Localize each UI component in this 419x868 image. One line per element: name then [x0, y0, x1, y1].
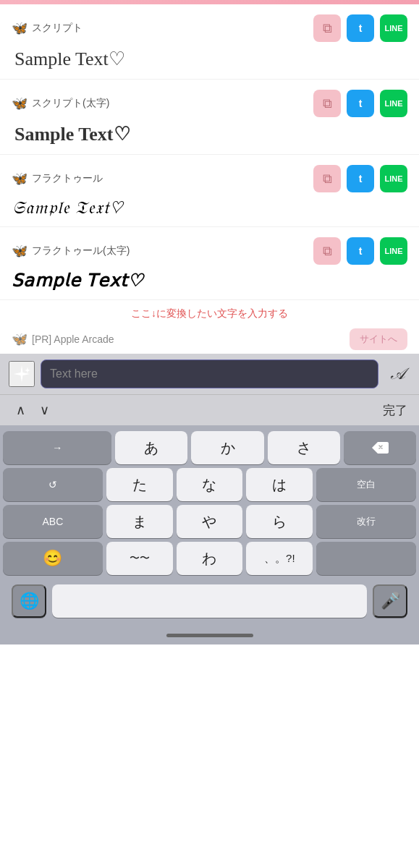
line-icon-3: LINE	[384, 174, 402, 183]
twitter-button-2[interactable]: t	[347, 90, 374, 117]
key-space[interactable]: 空白	[316, 468, 416, 501]
font-title-script-bold: 🦋 スクリプト(太字)	[12, 95, 109, 111]
sample-text-script-bold: Sample Text♡	[12, 123, 407, 145]
key-punct[interactable]: 、。?!	[246, 542, 313, 575]
copy-button-1[interactable]: ⧉	[313, 14, 341, 42]
font-label-script: スクリプト	[32, 22, 82, 35]
key-ha[interactable]: は	[246, 468, 313, 501]
home-bar	[166, 634, 253, 637]
key-ya[interactable]: や	[177, 505, 243, 538]
partial-row: 🦋 [PR] Apple Arcade サイトへ	[0, 325, 419, 354]
line-icon-1: LINE	[384, 24, 402, 33]
twitter-button-3[interactable]: t	[347, 165, 374, 192]
instruction-text: ここ↓に変換したい文字を入力する	[131, 307, 288, 320]
sample-text-fraktur: 𝔖𝔞𝔪𝔭𝔩𝔢 𝔗𝔢𝔵𝔱♡	[12, 198, 407, 218]
action-buttons-4: ⧉ t LINE	[313, 237, 407, 265]
key-na[interactable]: な	[177, 468, 243, 501]
input-placeholder: Text here	[50, 367, 98, 380]
keyboard-row-4: 😊 〜〜 わ 、。?!	[3, 542, 416, 575]
font-style-button[interactable]: 𝒜	[384, 361, 410, 387]
font-label-fraktur-bold: フラクトゥール(太字)	[32, 244, 130, 258]
sparkle-button[interactable]	[9, 361, 35, 387]
keyboard-row-3: ABC ま や ら 改行	[3, 505, 416, 538]
up-arrow-button[interactable]: ∧	[12, 399, 30, 421]
copy-icon-1: ⧉	[323, 21, 332, 36]
line-button-2[interactable]: LINE	[380, 90, 407, 117]
copy-button-4[interactable]: ⧉	[313, 237, 341, 265]
action-buttons-2: ⧉ t LINE	[313, 90, 407, 117]
line-button-3[interactable]: LINE	[380, 165, 407, 192]
action-buttons-3: ⧉ t LINE	[313, 165, 407, 192]
space-bar[interactable]	[52, 584, 367, 618]
key-emoji[interactable]: 😊	[3, 542, 103, 575]
copy-icon-3: ⧉	[323, 171, 332, 187]
copy-icon-4: ⧉	[323, 244, 332, 259]
twitter-icon-1: t	[359, 22, 363, 34]
nav-arrows: ∧ ∨	[12, 399, 54, 421]
key-ma[interactable]: ま	[106, 505, 173, 538]
font-label-fraktur: フラクトゥール	[32, 172, 103, 185]
font-row-script-bold: 🦋 スクリプト(太字) ⧉ t LINE Sample Text♡	[0, 80, 419, 155]
font-title-script: 🦋 スクリプト	[12, 20, 82, 36]
butterfly-icon-4: 🦋	[12, 243, 27, 259]
font-row-fraktur: 🦋 フラクトゥール ⧉ t LINE 𝔖𝔞𝔪𝔭𝔩𝔢 𝔗𝔢𝔵𝔱♡	[0, 155, 419, 227]
globe-icon: 🌐	[20, 592, 39, 610]
font-title-fraktur: 🦋 フラクトゥール	[12, 171, 103, 187]
font-label-script-bold: スクリプト(太字)	[32, 97, 109, 110]
key-return[interactable]: 改行	[316, 505, 416, 538]
line-icon-2: LINE	[384, 99, 402, 108]
partial-row-title: [PR] Apple Arcade	[32, 333, 114, 345]
content-area: 🦋 スクリプト ⧉ t LINE Sample Text♡ 🦋 スクリプト(	[0, 4, 419, 354]
key-delete[interactable]	[344, 431, 416, 464]
done-button[interactable]: 完了	[383, 402, 407, 419]
butterfly-icon-2: 🦋	[12, 95, 27, 111]
key-undo[interactable]: ↺	[3, 468, 103, 501]
key-ta[interactable]: た	[106, 468, 173, 501]
twitter-icon-4: t	[359, 245, 363, 257]
copy-icon-2: ⧉	[323, 96, 332, 111]
down-arrow-button[interactable]: ∨	[35, 399, 54, 421]
butterfly-icon-5: 🦋	[12, 331, 27, 347]
key-a[interactable]: あ	[115, 431, 187, 464]
key-ra[interactable]: ら	[246, 505, 313, 538]
key-ka[interactable]: か	[191, 431, 263, 464]
sparkle-icon	[12, 364, 32, 384]
action-buttons-1: ⧉ t LINE	[313, 14, 407, 42]
sample-text-fraktur-bold: 𝖲𝖺𝗆𝗉𝗅𝖾 𝖳𝖾𝗑𝗍♡	[12, 271, 407, 291]
twitter-icon-2: t	[359, 98, 363, 109]
sample-text-script: Sample Text♡	[12, 48, 407, 70]
partial-action-button[interactable]: サイトへ	[350, 328, 407, 350]
butterfly-icon-3: 🦋	[12, 171, 27, 187]
keyboard-bottom-row: 🌐 🎤	[3, 579, 416, 626]
font-row-script: 🦋 スクリプト ⧉ t LINE Sample Text♡	[0, 4, 419, 80]
key-arrow[interactable]: →	[3, 431, 111, 464]
butterfly-icon-1: 🦋	[12, 20, 27, 36]
line-button-4[interactable]: LINE	[380, 237, 407, 265]
instruction-row: ここ↓に変換したい文字を入力する	[0, 300, 419, 325]
input-toolbar: Text here 𝒜	[0, 354, 419, 394]
home-indicator-area	[0, 629, 419, 644]
font-title-fraktur-bold: 🦋 フラクトゥール(太字)	[12, 243, 130, 259]
keyboard-row-1: → あ か さ	[3, 431, 416, 464]
nav-toolbar: ∧ ∨ 完了	[0, 394, 419, 425]
keyboard-row-2: ↺ た な は 空白	[3, 468, 416, 501]
key-abc[interactable]: ABC	[3, 505, 103, 538]
font-row-fraktur-bold: 🦋 フラクトゥール(太字) ⧉ t LINE 𝖲𝖺𝗆𝗉𝗅𝖾 𝖳𝖾𝗑𝗍♡	[0, 227, 419, 300]
line-button-1[interactable]: LINE	[380, 14, 407, 42]
key-empty[interactable]	[316, 542, 416, 575]
mic-button[interactable]: 🎤	[373, 584, 407, 618]
twitter-button-1[interactable]: t	[347, 14, 374, 42]
mic-icon: 🎤	[381, 592, 400, 610]
key-wa[interactable]: わ	[177, 542, 243, 575]
keyboard: → あ か さ ↺ た な は 空白 ABC ま や ら 改行 😊 〜〜 わ 、…	[0, 425, 419, 629]
twitter-button-4[interactable]: t	[347, 237, 374, 265]
copy-button-2[interactable]: ⧉	[313, 90, 341, 117]
twitter-icon-3: t	[359, 173, 363, 184]
globe-button[interactable]: 🌐	[12, 584, 46, 618]
key-tilde[interactable]: 〜〜	[106, 542, 173, 575]
text-input[interactable]: Text here	[41, 359, 378, 388]
copy-button-3[interactable]: ⧉	[313, 165, 341, 192]
key-sa[interactable]: さ	[268, 431, 340, 464]
line-icon-4: LINE	[384, 247, 402, 255]
